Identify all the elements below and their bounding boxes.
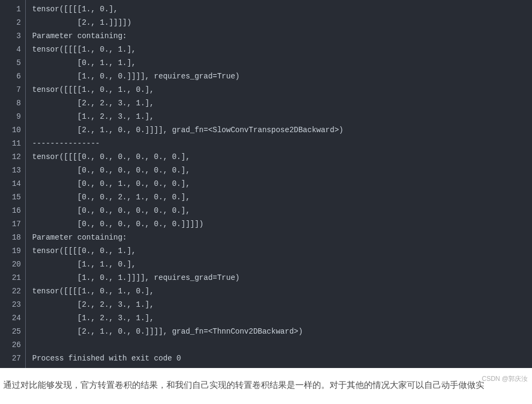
line-number: 7 <box>0 83 21 97</box>
line-number: 21 <box>0 271 21 285</box>
line-number: 20 <box>0 258 21 271</box>
code-line: [0., 0., 2., 1., 0., 0.], <box>32 191 532 204</box>
line-number: 18 <box>0 231 21 244</box>
line-number: 13 <box>0 164 21 177</box>
code-line: [1., 1., 0.], <box>32 258 532 271</box>
line-number-gutter: 1234567891011121314151617181920212223242… <box>0 0 26 368</box>
code-line: [1., 0., 0.]]]], requires_grad=True) <box>32 70 532 83</box>
watermark-text: CSDN @郭庆汝 <box>482 374 528 384</box>
line-number: 27 <box>0 352 21 365</box>
code-line: Parameter containing: <box>32 30 532 43</box>
line-number: 25 <box>0 325 21 338</box>
code-line: [1., 2., 3., 1.], <box>32 312 532 325</box>
code-line: [1., 2., 3., 1.], <box>32 110 532 124</box>
line-number: 1 <box>0 3 21 16</box>
code-line: [2., 1., 0., 0.]]]], grad_fn=<ThnnConv2D… <box>32 325 532 338</box>
line-number: 19 <box>0 244 21 258</box>
code-line: [0., 1., 1.], <box>32 56 532 70</box>
line-number: 5 <box>0 56 21 70</box>
code-line: tensor([[[[1., 0.], <box>32 3 532 16</box>
line-number: 24 <box>0 312 21 325</box>
line-number: 9 <box>0 110 21 124</box>
code-line: Parameter containing: <box>32 231 532 244</box>
line-number: 17 <box>0 218 21 231</box>
line-number: 2 <box>0 16 21 30</box>
code-line: [0., 0., 0., 0., 0., 0.], <box>32 204 532 218</box>
code-line: tensor([[[[0., 0., 1.], <box>32 244 532 258</box>
code-line: [0., 0., 0., 0., 0., 0.]]]]) <box>32 218 532 231</box>
line-number: 15 <box>0 191 21 204</box>
code-line: [0., 0., 0., 0., 0., 0.], <box>32 164 532 177</box>
code-line: tensor([[[[0., 0., 0., 0., 0., 0.], <box>32 150 532 164</box>
line-number: 26 <box>0 338 21 352</box>
line-number: 22 <box>0 285 21 298</box>
code-line: tensor([[[[1., 0., 1.], <box>32 43 532 56</box>
code-line: [2., 1., 0., 0.]]]], grad_fn=<SlowConvTr… <box>32 124 532 137</box>
line-number: 11 <box>0 137 21 150</box>
code-block: 1234567891011121314151617181920212223242… <box>0 0 532 368</box>
code-content[interactable]: tensor([[[[1., 0.], [2., 1.]]]])Paramete… <box>26 0 532 368</box>
code-line: [2., 2., 3., 1.], <box>32 97 532 110</box>
line-number: 6 <box>0 70 21 83</box>
code-line: --------------- <box>32 137 532 150</box>
line-number: 12 <box>0 150 21 164</box>
code-line: Process finished with exit code 0 <box>32 352 532 365</box>
code-line: [2., 2., 3., 1.], <box>32 298 532 312</box>
code-line <box>32 338 532 352</box>
code-line: tensor([[[[1., 0., 1., 0.], <box>32 83 532 97</box>
line-number: 8 <box>0 97 21 110</box>
line-number: 3 <box>0 30 21 43</box>
code-line: tensor([[[[1., 0., 1., 0.], <box>32 285 532 298</box>
code-line: [1., 0., 1.]]]], requires_grad=True) <box>32 271 532 285</box>
line-number: 16 <box>0 204 21 218</box>
code-line: [2., 1.]]]]) <box>32 16 532 30</box>
line-number: 4 <box>0 43 21 56</box>
line-number: 23 <box>0 298 21 312</box>
code-line: [0., 0., 1., 0., 0., 0.], <box>32 177 532 191</box>
line-number: 14 <box>0 177 21 191</box>
explanation-paragraph: 通过对比能够发现，官方转置卷积的结果，和我们自己实现的转置卷积结果是一样的。对于… <box>0 368 532 393</box>
line-number: 10 <box>0 124 21 137</box>
